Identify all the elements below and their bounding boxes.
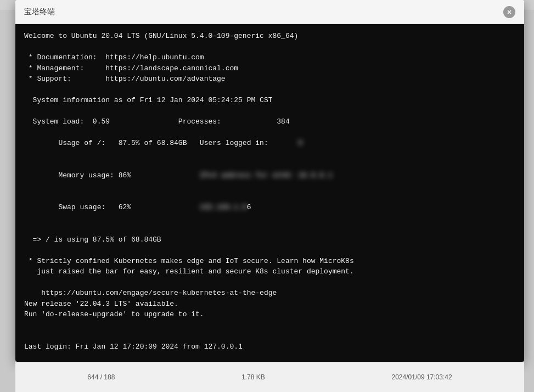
status-size: 644 / 188 (87, 373, 115, 381)
terminal-line: * Strictly confined Kubernetes makes edg… (24, 256, 515, 267)
terminal-line: Usage of /: 87.5% of 68.84GB Users logge… (24, 127, 515, 160)
modal-title: 宝塔终端 (24, 7, 55, 17)
terminal-line: Memory usage: 86% IPv4 address for eth0:… (24, 159, 515, 192)
terminal-line: https://ubuntu.com/engage/secure-kuberne… (24, 288, 515, 299)
terminal-line (24, 106, 515, 117)
terminal-line (24, 331, 515, 341)
modal-header: 宝塔终端 × (15, 0, 524, 24)
terminal-line: just raised the bar for easy, resilient … (24, 266, 515, 277)
blurred-swap-val: 192.168.1.6 (200, 203, 247, 211)
status-bar: 644 / 188 1.78 KB 2024/01/09 17:03:42 (15, 362, 524, 392)
terminal-line (24, 277, 515, 288)
terminal-body: Welcome to Ubuntu 20.04 LTS (GNU/Linux 5… (15, 24, 524, 362)
terminal-line: Swap usage: 62% 192.168.1.66 (24, 192, 515, 224)
terminal-line: Welcome to Ubuntu 20.04 LTS (GNU/Linux 5… (24, 31, 515, 42)
blurred-users: 0 (298, 139, 302, 147)
terminal-line (24, 245, 515, 256)
terminal-line: System information as of Fri 12 Jan 2024… (24, 95, 515, 106)
swap-suffix: 6 (247, 203, 251, 211)
terminal-modal: 宝塔终端 × Welcome to Ubuntu 20.04 LTS (GNU/… (15, 0, 524, 362)
terminal-line: * Support: https://ubuntu.com/advantage (24, 74, 515, 85)
terminal-line: System load: 0.59 Processes: 384 (24, 116, 515, 127)
blurred-ipv4: IPv4 address for eth0: 10.0.0.1 (200, 171, 333, 180)
terminal-line: Run 'do-release-upgrade' to upgrade to i… (24, 309, 515, 320)
terminal-line: ubuntu@VM-12-6-ubuntu:~$ cd /data2/wwwro… (24, 352, 515, 362)
terminal-line: * Management: https://landscape.canonica… (24, 63, 515, 74)
terminal-line (24, 223, 515, 234)
terminal-line (24, 85, 515, 96)
terminal-line: New release '22.04.3 LTS' available. (24, 299, 515, 310)
terminal-line (24, 320, 515, 331)
status-file-size: 1.78 KB (241, 373, 265, 381)
memory-label: Memory usage: 86% (50, 171, 200, 180)
terminal-line: => / is using 87.5% of 68.84GB (24, 234, 515, 245)
swap-label: Swap usage: 62% (50, 203, 200, 211)
status-date: 2024/01/09 17:03:42 (392, 373, 452, 381)
terminal-line: * Documentation: https://help.ubuntu.com (24, 52, 515, 63)
usage-text: Usage of /: 87.5% of 68.84GB Users logge… (50, 139, 298, 147)
terminal-line: Last login: Fri Jan 12 17:20:09 2024 fro… (24, 341, 515, 352)
terminal-line (24, 42, 515, 53)
close-button[interactable]: × (503, 6, 515, 18)
